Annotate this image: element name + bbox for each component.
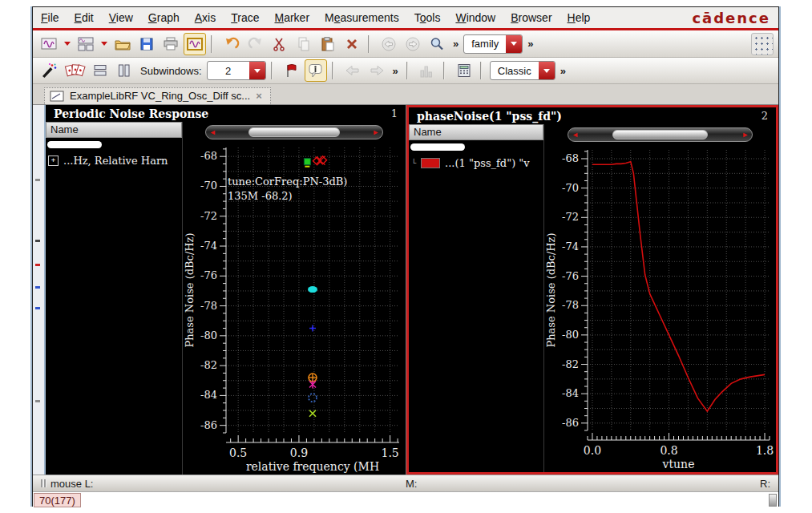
menu-item-trace[interactable]: Trace <box>231 11 259 24</box>
magic-wand-button[interactable] <box>38 59 60 82</box>
scroll-track[interactable] <box>581 130 739 139</box>
status-mouse-left: mouse L: <box>50 478 93 490</box>
plot-horizontal-scrollbar[interactable]: ◄ ► <box>205 125 383 139</box>
scroll-track[interactable] <box>219 127 370 137</box>
menu-item-help[interactable]: Help <box>568 11 591 24</box>
new-subwindow-button[interactable] <box>75 33 97 55</box>
back-button[interactable] <box>378 33 400 55</box>
svg-text:-70: -70 <box>200 180 217 192</box>
zoom-fit-button[interactable] <box>426 33 448 55</box>
subwindow-2-plot-region: ◄ ► -86-84-82-80-78-76-74-72-70-68Phase … <box>544 124 776 472</box>
menu-item-measurements[interactable]: Measurements <box>325 11 399 24</box>
family-dropdown[interactable]: family <box>463 34 523 54</box>
menu-item-marker[interactable]: Marker <box>275 11 310 24</box>
menu-item-file[interactable]: File <box>41 11 59 24</box>
prev-arrow-button[interactable] <box>341 59 364 82</box>
menu-item-window[interactable]: Window <box>455 11 495 24</box>
scroll-thumb[interactable] <box>248 127 339 137</box>
name-column-header[interactable]: Name <box>409 124 543 140</box>
toolbar-overflow[interactable]: » <box>524 38 536 50</box>
left-strip-mark <box>35 264 40 266</box>
svg-text:-78: -78 <box>562 299 579 311</box>
subwindows-dropdown-button[interactable] <box>249 62 265 79</box>
capture-waveform-button[interactable] <box>184 33 206 55</box>
subwindows-dropdown[interactable]: 2 <box>207 61 266 80</box>
separator <box>271 62 276 79</box>
tree-expand-icon[interactable]: + <box>48 156 59 166</box>
panel-dots-button[interactable] <box>751 33 774 55</box>
cards-button[interactable] <box>62 59 87 82</box>
svg-text:Phase Noise (dBc/Hz): Phase Noise (dBc/Hz) <box>184 232 196 347</box>
plot-horizontal-scrollbar[interactable]: ◄ ► <box>568 127 753 142</box>
family-dropdown-value: family <box>464 37 506 50</box>
toolbar-overflow[interactable]: » <box>450 38 462 50</box>
trace-color-swatch[interactable] <box>421 158 440 168</box>
name-panel-scrollbar[interactable] <box>47 141 102 148</box>
calculator-button[interactable] <box>453 59 475 82</box>
style-dropdown[interactable]: Classic <box>490 61 555 80</box>
tab-example-librf[interactable]: ExampleLibRF VC_Ring_Osc_Diff sc... × <box>44 87 271 104</box>
new-waveform-window-button[interactable] <box>38 33 60 55</box>
trace-legend-item[interactable]: └ ...(1 "pss_fd") "v <box>409 156 543 171</box>
save-button[interactable] <box>135 33 158 55</box>
menu-item-axis[interactable]: Axis <box>195 11 216 24</box>
left-strip-mark <box>35 286 40 289</box>
name-column-header[interactable]: Name <box>46 122 182 138</box>
info-balloon-button[interactable] <box>305 59 327 82</box>
copy-button[interactable] <box>293 33 315 55</box>
bottom-scroll-handle[interactable] <box>769 494 777 507</box>
scroll-right-arrow-icon[interactable]: ► <box>741 131 749 139</box>
menu-item-tools[interactable]: Tools <box>414 11 441 24</box>
histogram-button[interactable] <box>416 59 438 82</box>
separator <box>443 62 448 79</box>
scroll-right-arrow-icon[interactable]: ► <box>372 129 379 136</box>
bottom-scroll-track[interactable] <box>82 492 778 508</box>
new-subwindow-dropdown[interactable] <box>99 33 110 55</box>
menu-item-edit[interactable]: Edit <box>75 11 94 24</box>
subwindow-2-active: phaseNoise(1 "pss_fd") 2 Name └ ...(1 "p… <box>406 105 778 475</box>
cut-button[interactable] <box>269 33 291 55</box>
viva-window: FileEditViewGraphAxisTraceMarkerMeasurem… <box>32 6 779 507</box>
trace-tree-item-label: ...Hz, Relative Harn <box>63 155 168 167</box>
forward-circle-icon <box>404 36 422 52</box>
menu-item-graph[interactable]: Graph <box>148 11 180 24</box>
left-strip-mark <box>35 307 40 309</box>
style-dropdown-button[interactable] <box>539 62 555 79</box>
name-panel-scrollbar[interactable] <box>410 143 465 151</box>
scroll-left-arrow-icon[interactable]: ◄ <box>209 129 216 136</box>
menu-item-browser[interactable]: Browser <box>511 11 551 24</box>
menu-item-view[interactable]: View <box>109 11 133 24</box>
style-dropdown-value: Classic <box>491 64 539 78</box>
back-circle-icon <box>380 36 398 52</box>
vertical-split-button[interactable] <box>113 59 135 82</box>
separator <box>480 62 485 79</box>
paste-button[interactable] <box>317 33 339 55</box>
phase-noise-vtune-plot[interactable]: -86-84-82-80-78-76-74-72-70-68Phase Nois… <box>544 145 776 472</box>
undo-button[interactable] <box>220 33 243 55</box>
forward-button[interactable] <box>402 33 424 55</box>
trace-tree-item[interactable]: + ...Hz, Relative Harn <box>46 153 182 168</box>
tab-close-icon[interactable]: × <box>256 90 262 102</box>
open-button[interactable] <box>111 33 134 55</box>
redo-button[interactable] <box>244 33 267 55</box>
paste-clipboard-icon <box>320 36 336 52</box>
periodic-noise-response-plot[interactable]: -86-84-82-80-78-76-74-72-70-68Phase Nois… <box>183 143 406 475</box>
flag-button[interactable] <box>281 59 303 82</box>
tab-waveform-icon <box>50 91 64 102</box>
toolbar-overflow[interactable]: » <box>390 65 402 77</box>
left-edge-strip[interactable] <box>33 105 46 475</box>
scroll-left-arrow-icon[interactable]: ◄ <box>572 131 579 139</box>
capture-waveform-icon <box>186 36 204 52</box>
svg-text:-82: -82 <box>562 358 579 370</box>
new-waveform-window-dropdown[interactable] <box>62 33 73 55</box>
delete-button[interactable] <box>341 33 363 55</box>
horizontal-split-button[interactable] <box>89 59 111 82</box>
open-folder-icon <box>114 36 131 52</box>
page: FileEditViewGraphAxisTraceMarkerMeasurem… <box>0 0 812 513</box>
toolbar-overflow[interactable]: » <box>557 65 569 77</box>
scroll-thumb[interactable] <box>612 130 707 139</box>
family-dropdown-button[interactable] <box>506 35 522 53</box>
next-arrow-button[interactable] <box>366 59 388 82</box>
dropdown-arrow-icon <box>511 42 517 46</box>
print-button[interactable] <box>160 33 182 55</box>
